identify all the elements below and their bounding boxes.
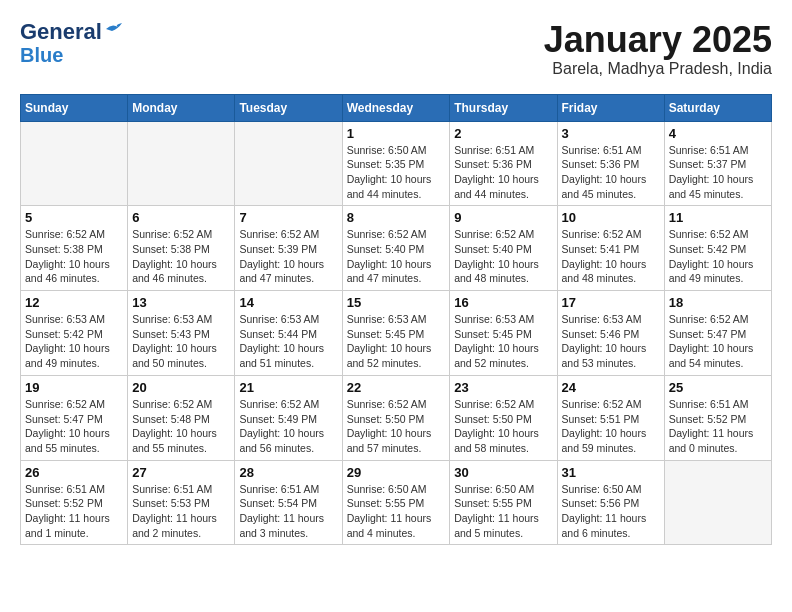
day-info: Sunrise: 6:51 AM Sunset: 5:36 PM Dayligh… xyxy=(562,143,660,202)
day-number: 23 xyxy=(454,380,552,395)
day-info: Sunrise: 6:51 AM Sunset: 5:36 PM Dayligh… xyxy=(454,143,552,202)
day-info: Sunrise: 6:53 AM Sunset: 5:46 PM Dayligh… xyxy=(562,312,660,371)
calendar-table: SundayMondayTuesdayWednesdayThursdayFrid… xyxy=(20,94,772,546)
col-header-wednesday: Wednesday xyxy=(342,94,450,121)
calendar-cell: 28Sunrise: 6:51 AM Sunset: 5:54 PM Dayli… xyxy=(235,460,342,545)
calendar-cell: 13Sunrise: 6:53 AM Sunset: 5:43 PM Dayli… xyxy=(128,291,235,376)
day-number: 24 xyxy=(562,380,660,395)
calendar-cell: 25Sunrise: 6:51 AM Sunset: 5:52 PM Dayli… xyxy=(664,375,771,460)
day-info: Sunrise: 6:52 AM Sunset: 5:38 PM Dayligh… xyxy=(25,227,123,286)
calendar-cell: 16Sunrise: 6:53 AM Sunset: 5:45 PM Dayli… xyxy=(450,291,557,376)
calendar-cell: 21Sunrise: 6:52 AM Sunset: 5:49 PM Dayli… xyxy=(235,375,342,460)
day-headers: SundayMondayTuesdayWednesdayThursdayFrid… xyxy=(21,94,772,121)
day-number: 31 xyxy=(562,465,660,480)
day-number: 16 xyxy=(454,295,552,310)
col-header-monday: Monday xyxy=(128,94,235,121)
day-info: Sunrise: 6:53 AM Sunset: 5:45 PM Dayligh… xyxy=(347,312,446,371)
calendar-cell xyxy=(235,121,342,206)
calendar-cell: 5Sunrise: 6:52 AM Sunset: 5:38 PM Daylig… xyxy=(21,206,128,291)
day-number: 12 xyxy=(25,295,123,310)
day-info: Sunrise: 6:51 AM Sunset: 5:37 PM Dayligh… xyxy=(669,143,767,202)
day-info: Sunrise: 6:51 AM Sunset: 5:53 PM Dayligh… xyxy=(132,482,230,541)
calendar-cell: 24Sunrise: 6:52 AM Sunset: 5:51 PM Dayli… xyxy=(557,375,664,460)
day-info: Sunrise: 6:51 AM Sunset: 5:52 PM Dayligh… xyxy=(25,482,123,541)
calendar-cell: 26Sunrise: 6:51 AM Sunset: 5:52 PM Dayli… xyxy=(21,460,128,545)
day-info: Sunrise: 6:52 AM Sunset: 5:51 PM Dayligh… xyxy=(562,397,660,456)
day-info: Sunrise: 6:52 AM Sunset: 5:42 PM Dayligh… xyxy=(669,227,767,286)
calendar-cell: 15Sunrise: 6:53 AM Sunset: 5:45 PM Dayli… xyxy=(342,291,450,376)
calendar-cell: 2Sunrise: 6:51 AM Sunset: 5:36 PM Daylig… xyxy=(450,121,557,206)
day-info: Sunrise: 6:53 AM Sunset: 5:44 PM Dayligh… xyxy=(239,312,337,371)
day-number: 29 xyxy=(347,465,446,480)
calendar-cell: 30Sunrise: 6:50 AM Sunset: 5:55 PM Dayli… xyxy=(450,460,557,545)
day-info: Sunrise: 6:53 AM Sunset: 5:43 PM Dayligh… xyxy=(132,312,230,371)
calendar-cell: 23Sunrise: 6:52 AM Sunset: 5:50 PM Dayli… xyxy=(450,375,557,460)
day-info: Sunrise: 6:53 AM Sunset: 5:45 PM Dayligh… xyxy=(454,312,552,371)
calendar-cell: 27Sunrise: 6:51 AM Sunset: 5:53 PM Dayli… xyxy=(128,460,235,545)
day-number: 1 xyxy=(347,126,446,141)
day-number: 26 xyxy=(25,465,123,480)
calendar-cell: 12Sunrise: 6:53 AM Sunset: 5:42 PM Dayli… xyxy=(21,291,128,376)
col-header-tuesday: Tuesday xyxy=(235,94,342,121)
day-number: 15 xyxy=(347,295,446,310)
calendar-week-3: 12Sunrise: 6:53 AM Sunset: 5:42 PM Dayli… xyxy=(21,291,772,376)
day-info: Sunrise: 6:52 AM Sunset: 5:49 PM Dayligh… xyxy=(239,397,337,456)
day-info: Sunrise: 6:52 AM Sunset: 5:50 PM Dayligh… xyxy=(347,397,446,456)
col-header-thursday: Thursday xyxy=(450,94,557,121)
day-number: 27 xyxy=(132,465,230,480)
calendar-cell: 31Sunrise: 6:50 AM Sunset: 5:56 PM Dayli… xyxy=(557,460,664,545)
day-info: Sunrise: 6:52 AM Sunset: 5:38 PM Dayligh… xyxy=(132,227,230,286)
calendar-week-5: 26Sunrise: 6:51 AM Sunset: 5:52 PM Dayli… xyxy=(21,460,772,545)
day-info: Sunrise: 6:50 AM Sunset: 5:55 PM Dayligh… xyxy=(454,482,552,541)
calendar-cell xyxy=(128,121,235,206)
day-number: 30 xyxy=(454,465,552,480)
day-number: 21 xyxy=(239,380,337,395)
day-number: 8 xyxy=(347,210,446,225)
day-number: 14 xyxy=(239,295,337,310)
calendar-week-2: 5Sunrise: 6:52 AM Sunset: 5:38 PM Daylig… xyxy=(21,206,772,291)
logo-blue: Blue xyxy=(20,44,63,66)
calendar-cell: 17Sunrise: 6:53 AM Sunset: 5:46 PM Dayli… xyxy=(557,291,664,376)
day-number: 19 xyxy=(25,380,123,395)
day-info: Sunrise: 6:52 AM Sunset: 5:41 PM Dayligh… xyxy=(562,227,660,286)
col-header-sunday: Sunday xyxy=(21,94,128,121)
day-number: 9 xyxy=(454,210,552,225)
calendar-cell: 7Sunrise: 6:52 AM Sunset: 5:39 PM Daylig… xyxy=(235,206,342,291)
day-info: Sunrise: 6:52 AM Sunset: 5:50 PM Dayligh… xyxy=(454,397,552,456)
logo: General Blue xyxy=(20,20,126,66)
calendar-week-1: 1Sunrise: 6:50 AM Sunset: 5:35 PM Daylig… xyxy=(21,121,772,206)
calendar-cell: 4Sunrise: 6:51 AM Sunset: 5:37 PM Daylig… xyxy=(664,121,771,206)
day-number: 13 xyxy=(132,295,230,310)
calendar-week-4: 19Sunrise: 6:52 AM Sunset: 5:47 PM Dayli… xyxy=(21,375,772,460)
calendar-cell: 20Sunrise: 6:52 AM Sunset: 5:48 PM Dayli… xyxy=(128,375,235,460)
month-title: January 2025 xyxy=(544,20,772,60)
location: Barela, Madhya Pradesh, India xyxy=(544,60,772,78)
day-info: Sunrise: 6:50 AM Sunset: 5:55 PM Dayligh… xyxy=(347,482,446,541)
calendar-cell: 22Sunrise: 6:52 AM Sunset: 5:50 PM Dayli… xyxy=(342,375,450,460)
day-number: 7 xyxy=(239,210,337,225)
day-info: Sunrise: 6:52 AM Sunset: 5:47 PM Dayligh… xyxy=(669,312,767,371)
day-number: 10 xyxy=(562,210,660,225)
calendar-cell: 8Sunrise: 6:52 AM Sunset: 5:40 PM Daylig… xyxy=(342,206,450,291)
calendar-cell xyxy=(664,460,771,545)
day-number: 17 xyxy=(562,295,660,310)
calendar-cell: 10Sunrise: 6:52 AM Sunset: 5:41 PM Dayli… xyxy=(557,206,664,291)
calendar-cell: 11Sunrise: 6:52 AM Sunset: 5:42 PM Dayli… xyxy=(664,206,771,291)
day-info: Sunrise: 6:51 AM Sunset: 5:54 PM Dayligh… xyxy=(239,482,337,541)
calendar-cell: 1Sunrise: 6:50 AM Sunset: 5:35 PM Daylig… xyxy=(342,121,450,206)
calendar-cell: 29Sunrise: 6:50 AM Sunset: 5:55 PM Dayli… xyxy=(342,460,450,545)
day-number: 2 xyxy=(454,126,552,141)
day-number: 5 xyxy=(25,210,123,225)
day-number: 25 xyxy=(669,380,767,395)
day-number: 22 xyxy=(347,380,446,395)
day-number: 28 xyxy=(239,465,337,480)
day-number: 11 xyxy=(669,210,767,225)
day-number: 18 xyxy=(669,295,767,310)
day-number: 20 xyxy=(132,380,230,395)
day-number: 3 xyxy=(562,126,660,141)
day-info: Sunrise: 6:51 AM Sunset: 5:52 PM Dayligh… xyxy=(669,397,767,456)
day-info: Sunrise: 6:50 AM Sunset: 5:56 PM Dayligh… xyxy=(562,482,660,541)
day-info: Sunrise: 6:52 AM Sunset: 5:48 PM Dayligh… xyxy=(132,397,230,456)
col-header-saturday: Saturday xyxy=(664,94,771,121)
day-info: Sunrise: 6:52 AM Sunset: 5:47 PM Dayligh… xyxy=(25,397,123,456)
